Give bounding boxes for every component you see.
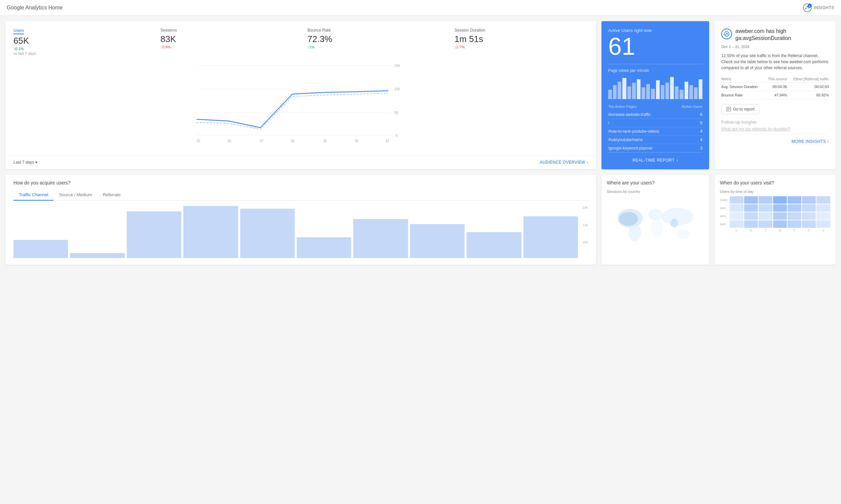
top-page-row: /5 (608, 119, 702, 127)
chevron-right-icon: › (587, 160, 588, 165)
mini-bar-1 (608, 90, 612, 99)
heatmap-cell (773, 212, 787, 220)
heatmap-x-f: F (802, 229, 816, 232)
acq-y-12k: 12K (583, 223, 588, 227)
date-range-button[interactable]: Last 7 days ▾ (14, 160, 37, 165)
follow-up-link[interactable]: What are my top referrals by duration? (721, 127, 829, 131)
acquisition-inner: How do you acquire users? Traffic Channe… (5, 175, 596, 265)
bounce-change: ↑1% (307, 45, 441, 49)
acquisition-title: How do you acquire users? (14, 180, 588, 185)
top-bar: Google Analytics Home 6 INSIGHTS (0, 0, 841, 16)
top-page-count: 6 (700, 112, 702, 117)
go-to-report-button[interactable]: Go to report (721, 104, 760, 114)
metrics-card-footer: Last 7 days ▾ AUDIENCE OVERVIEW › (5, 156, 596, 169)
heatmap-cell (788, 212, 801, 220)
acq-y-14k: 14K (583, 206, 588, 209)
insights-table-cell: 00:04:36 (764, 82, 787, 91)
insights-icon: 6 (803, 3, 812, 12)
heatmap-cell (802, 220, 816, 228)
realtime-report-link[interactable]: REAL-TIME REPORT › (608, 152, 702, 163)
mini-bar-15 (675, 86, 679, 100)
mini-bar-12 (661, 85, 664, 99)
heatmap-cell (730, 204, 743, 212)
heatmap-x-t2: T (788, 229, 801, 232)
bottom-row: How do you acquire users? Traffic Channe… (5, 175, 836, 265)
svg-point-37 (651, 219, 663, 237)
svg-text:5K: 5K (394, 111, 399, 114)
heatmap-y-labels: 12am 2am 4am 6am (720, 196, 728, 232)
svg-line-29 (727, 34, 727, 34)
acquisition-tabs: Traffic Channel Source / Medium Referral… (14, 190, 588, 201)
acq-bar-7 (353, 219, 408, 258)
acq-bar-5 (240, 209, 295, 258)
top-page-count: 5 (700, 121, 702, 125)
insights-table-row: Avg. Session Duration00:04:3600:02:03 (721, 82, 829, 91)
acq-bar-9 (467, 232, 521, 258)
bounce-label: Bounce Rate (307, 28, 441, 33)
heatmap-cell (759, 220, 772, 228)
heatmap-x-t1: T (759, 229, 772, 232)
tab-referrals[interactable]: Referrals (98, 190, 126, 201)
svg-point-40 (670, 219, 678, 228)
main-content: Users 65K ↑0.1% vs last 7 days Sessions … (0, 16, 841, 270)
acq-bar-1 (14, 240, 68, 258)
insights-button[interactable]: 6 INSIGHTS (803, 3, 834, 12)
map-card: Where are your users? Sessions by countr… (601, 175, 709, 265)
mini-bar-14 (670, 77, 674, 100)
svg-text:31: 31 (385, 139, 390, 143)
label-12am: 12am (720, 196, 728, 204)
mini-bar-chart (608, 76, 702, 99)
mini-bar-6 (632, 83, 636, 99)
metric-sessions: Sessions 83K ↓0.8% (160, 28, 294, 55)
pv-label: Page views per minute (608, 68, 702, 73)
heatmap-cell (802, 212, 816, 220)
realtime-card: Active Users right now 61 Page views per… (601, 21, 709, 169)
insights-table-cell: 00:02:03 (787, 82, 829, 91)
heatmap-cell (759, 204, 772, 212)
svg-text:29: 29 (323, 139, 327, 143)
top-page-row: /hub/youtube/name4 (608, 136, 702, 144)
duration-label: Session Duration (454, 28, 588, 33)
mini-bar-9 (646, 84, 650, 100)
heatmap-cell (802, 196, 816, 204)
bounce-value: 72.3% (307, 34, 441, 44)
top-page-url: /how-to-rank-youtube-videos (608, 129, 697, 134)
svg-text:30: 30 (355, 139, 359, 143)
tab-source-medium[interactable]: Source / Medium (53, 190, 97, 201)
insights-table-cell: 47.94% (764, 91, 787, 99)
mini-bar-7 (637, 79, 640, 100)
svg-point-41 (677, 229, 691, 239)
heatmap-cell (788, 196, 801, 204)
heatmap-cell (744, 196, 758, 204)
heatmap-cell (759, 212, 772, 220)
world-map-svg (607, 196, 704, 247)
time-card: When do your users visit? Users by time … (715, 175, 836, 265)
insights-card-desc: 12.50% of your site traffic is from the … (721, 53, 829, 71)
heatmap-cell (788, 204, 801, 212)
col-metric: Metric (721, 76, 764, 83)
mini-bar-2 (613, 85, 617, 99)
top-page-url: /increase-website-traffic (608, 112, 697, 117)
svg-text:27: 27 (260, 139, 264, 143)
top-page-row: /google-keyword-planner3 (608, 144, 702, 152)
page-title: Google Analytics Home (7, 5, 63, 11)
audience-overview-link[interactable]: AUDIENCE OVERVIEW › (540, 160, 588, 165)
mini-bar-18 (689, 85, 693, 99)
svg-point-24 (724, 32, 729, 36)
heatmap-grid (730, 196, 830, 228)
metric-session-duration: Session Duration 1m 51s ↓2.7% (454, 28, 588, 55)
tab-traffic-channel[interactable]: Traffic Channel (14, 190, 53, 201)
more-insights-link[interactable]: MORE INSIGHTS › (792, 139, 829, 144)
heatmap-x-labels: S M T W T F S (730, 229, 830, 232)
svg-text:6: 6 (809, 5, 811, 8)
insights-card-footer: MORE INSIGHTS › (721, 134, 829, 144)
insights-circle-icon (721, 29, 732, 39)
heatmap-cell (730, 220, 743, 228)
heatmap-wrapper: 12am 2am 4am 6am S M T W (720, 196, 830, 232)
mini-bar-16 (680, 90, 683, 99)
svg-text:10K: 10K (394, 87, 400, 91)
metrics-row: Users 65K ↑0.1% vs last 7 days Sessions … (14, 28, 588, 55)
chevron-right-icon: › (827, 139, 829, 144)
top-page-url: / (608, 121, 697, 125)
users-change: ↑0.1% (14, 47, 147, 51)
